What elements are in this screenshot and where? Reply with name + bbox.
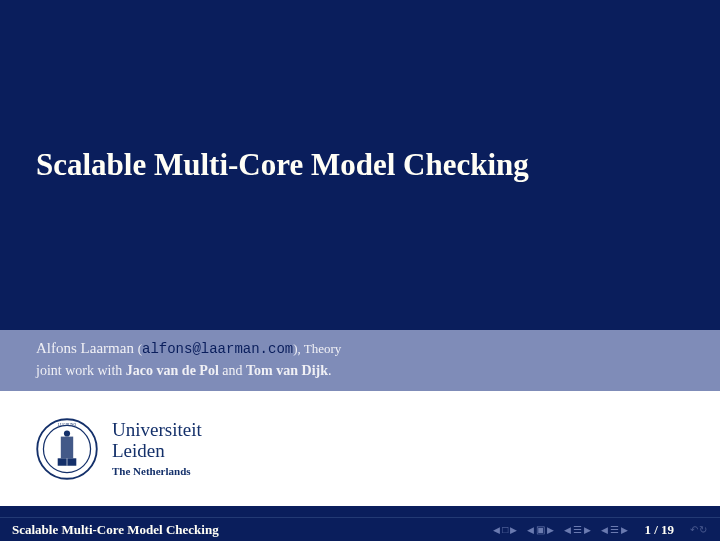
- presentation-title: Scalable Multi-Core Model Checking: [36, 147, 529, 183]
- prev-sub-icon[interactable]: ◀: [601, 525, 608, 535]
- prev-slide-icon[interactable]: ◀: [493, 525, 500, 535]
- university-country: The Netherlands: [112, 465, 202, 477]
- prev-section-icon[interactable]: ◀: [564, 525, 571, 535]
- coauthor-2: Tom van Dijk: [246, 363, 328, 378]
- joint-prefix: joint work with: [36, 363, 126, 378]
- sub-icon: ☰: [610, 524, 619, 535]
- slide-icon: □: [502, 524, 508, 535]
- frame-icon: ▣: [536, 524, 545, 535]
- svg-point-3: [64, 430, 70, 436]
- svg-text:LUGDUNO: LUGDUNO: [58, 423, 77, 427]
- next-sub-icon[interactable]: ▶: [621, 525, 628, 535]
- author-line: Alfons Laarman (alfons@laarman.com), The…: [36, 340, 684, 357]
- page-indicator: 1 / 19: [644, 522, 674, 538]
- footer-bar: Scalable Multi-Core Model Checking ◀ □ ▶…: [0, 517, 720, 541]
- university-text: Universiteit Leiden The Netherlands: [112, 420, 202, 478]
- nav-slide-group[interactable]: ◀ □ ▶: [493, 524, 517, 535]
- nav-section-group[interactable]: ◀ ☰ ▶: [564, 524, 591, 535]
- section-icon: ☰: [573, 524, 582, 535]
- author-band: Alfons Laarman (alfons@laarman.com), The…: [0, 330, 720, 391]
- title-area: Scalable Multi-Core Model Checking: [0, 0, 720, 330]
- university-seal-icon: LUGDUNO: [36, 418, 98, 480]
- author-name: Alfons Laarman: [36, 340, 134, 356]
- coauthor-line: joint work with Jaco van de Pol and Tom …: [36, 363, 684, 379]
- university-name-1: Universiteit: [112, 420, 202, 441]
- coauthor-1: Jaco van de Pol: [126, 363, 219, 378]
- prev-frame-icon[interactable]: ◀: [527, 525, 534, 535]
- nav-frame-group[interactable]: ◀ ▣ ▶: [527, 524, 554, 535]
- nav-subsection-group[interactable]: ◀ ☰ ▶: [601, 524, 628, 535]
- next-slide-icon[interactable]: ▶: [510, 525, 517, 535]
- and-text: and: [219, 363, 246, 378]
- next-section-icon[interactable]: ▶: [584, 525, 591, 535]
- footer-title: Scalable Multi-Core Model Checking: [12, 522, 219, 538]
- nav-extra-icons[interactable]: ↶↻: [690, 524, 708, 535]
- logo-area: LUGDUNO Universiteit Leiden The Netherla…: [0, 391, 720, 506]
- page-sep: /: [651, 522, 661, 537]
- footer-nav: ◀ □ ▶ ◀ ▣ ▶ ◀ ☰ ▶ ◀ ☰ ▶ 1 / 19 ↶↻: [493, 522, 708, 538]
- next-frame-icon[interactable]: ▶: [547, 525, 554, 535]
- page-total: 19: [661, 522, 674, 537]
- period: .: [328, 363, 332, 378]
- author-email: alfons@laarman.com: [142, 341, 293, 357]
- svg-rect-2: [61, 436, 73, 458]
- author-dept: , Theory: [298, 341, 342, 356]
- university-name-2: Leiden: [112, 441, 202, 462]
